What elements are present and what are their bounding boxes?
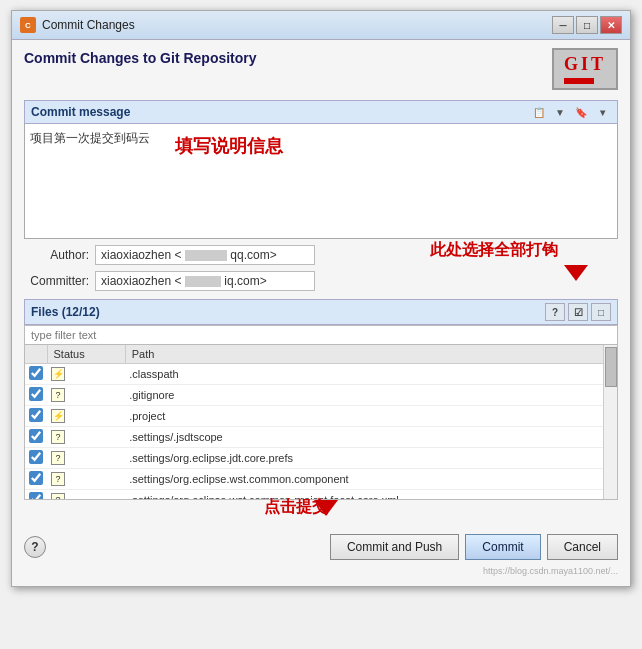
commit-message-icons: 📋 ▼ 🔖 ▾ bbox=[530, 104, 611, 120]
arrow-check bbox=[564, 265, 588, 284]
bottom-buttons: ? Commit and Push Commit Cancel bbox=[24, 530, 618, 564]
file-checkbox[interactable] bbox=[29, 450, 43, 464]
filter-icon[interactable]: ▼ bbox=[551, 104, 569, 120]
file-status-cell: ⚡ bbox=[47, 364, 125, 385]
scrollbar-thumb[interactable] bbox=[605, 347, 617, 387]
main-window: C Commit Changes ─ □ ✕ Commit Changes to… bbox=[11, 10, 631, 587]
page-title: Commit Changes to Git Repository bbox=[24, 50, 257, 66]
file-checkbox-cell[interactable] bbox=[25, 490, 47, 501]
file-status-icon: ? bbox=[51, 493, 65, 500]
maximize-button[interactable]: □ bbox=[576, 16, 598, 34]
files-list[interactable]: Status Path ⚡ .classpath ? .gitig bbox=[24, 345, 618, 500]
file-checkbox[interactable] bbox=[29, 492, 43, 500]
col-check bbox=[25, 345, 47, 364]
author-row: Author: xiaoxiaozhen < ■■■■■■■ qq.com> bbox=[24, 245, 618, 265]
file-name: .settings/org.eclipse.wst.common.project… bbox=[125, 490, 616, 501]
paste-icon[interactable]: 📋 bbox=[530, 104, 548, 120]
file-checkbox[interactable] bbox=[29, 408, 43, 422]
files-help-icon[interactable]: ? bbox=[545, 303, 565, 321]
col-path: Path bbox=[125, 345, 616, 364]
files-label: Files (12/12) bbox=[31, 305, 100, 319]
files-header: Files (12/12) ? ☑ □ bbox=[24, 299, 618, 325]
watermark: https://blog.csdn.maya1100.net/... bbox=[24, 566, 618, 576]
bottom-right: Commit and Push Commit Cancel bbox=[330, 534, 618, 560]
file-name: .settings/org.eclipse.wst.common.compone… bbox=[125, 469, 616, 490]
file-name: .settings/org.eclipse.jdt.core.prefs bbox=[125, 448, 616, 469]
file-status-icon: ? bbox=[51, 388, 65, 402]
file-checkbox-cell[interactable] bbox=[25, 385, 47, 406]
arrow-submit bbox=[314, 500, 338, 519]
window-controls: ─ □ ✕ bbox=[552, 16, 622, 34]
file-checkbox[interactable] bbox=[29, 471, 43, 485]
file-status-cell: ? bbox=[47, 385, 125, 406]
files-tbody: ⚡ .classpath ? .gitignore ⚡ .project bbox=[25, 364, 617, 501]
file-checkbox-cell[interactable] bbox=[25, 406, 47, 427]
window-body: Commit Changes to Git Repository GIT Com… bbox=[12, 40, 630, 586]
file-status-icon: ⚡ bbox=[51, 409, 65, 423]
bookmark-icon[interactable]: 🔖 bbox=[572, 104, 590, 120]
file-status-cell: ? bbox=[47, 490, 125, 501]
file-checkbox-cell[interactable] bbox=[25, 448, 47, 469]
author-field[interactable]: xiaoxiaozhen < ■■■■■■■ qq.com> bbox=[95, 245, 315, 265]
file-name: .gitignore bbox=[125, 385, 616, 406]
file-status-cell: ⚡ bbox=[47, 406, 125, 427]
file-status-cell: ? bbox=[47, 469, 125, 490]
commit-message-header: Commit message 📋 ▼ 🔖 ▾ bbox=[24, 100, 618, 124]
files-uncheck-icon[interactable]: □ bbox=[591, 303, 611, 321]
title-bar: C Commit Changes ─ □ ✕ bbox=[12, 11, 630, 40]
file-checkbox-cell[interactable] bbox=[25, 427, 47, 448]
title-bar-left: C Commit Changes bbox=[20, 17, 135, 33]
file-status-cell: ? bbox=[47, 427, 125, 448]
files-header-icons: ? ☑ □ bbox=[545, 303, 611, 321]
submit-annotation-container: 点击提交 bbox=[24, 502, 618, 522]
file-status-cell: ? bbox=[47, 448, 125, 469]
table-row: ? .gitignore bbox=[25, 385, 617, 406]
file-status-icon: ? bbox=[51, 430, 65, 444]
table-row: ⚡ .classpath bbox=[25, 364, 617, 385]
author-label: Author: bbox=[24, 248, 89, 262]
filter-input[interactable] bbox=[24, 325, 618, 345]
file-name: .settings/.jsdtscope bbox=[125, 427, 616, 448]
committer-email-blur: ■■■■■■ bbox=[185, 276, 221, 287]
file-name: .project bbox=[125, 406, 616, 427]
commit-and-push-button[interactable]: Commit and Push bbox=[330, 534, 459, 560]
committer-field[interactable]: xiaoxiaozhen < ■■■■■■ iq.com> bbox=[95, 271, 315, 291]
commit-message-area[interactable]: 项目第一次提交到码云 填写说明信息 bbox=[24, 124, 618, 239]
expand-icon[interactable]: ▾ bbox=[593, 104, 611, 120]
files-table: Status Path ⚡ .classpath ? .gitig bbox=[25, 345, 617, 500]
file-checkbox[interactable] bbox=[29, 387, 43, 401]
table-row: ? .settings/org.eclipse.wst.common.compo… bbox=[25, 469, 617, 490]
file-status-icon: ? bbox=[51, 451, 65, 465]
commit-message-text: 项目第一次提交到码云 bbox=[30, 129, 612, 147]
table-row: ⚡ .project bbox=[25, 406, 617, 427]
files-table-header: Status Path bbox=[25, 345, 617, 364]
git-logo: GIT bbox=[552, 48, 618, 90]
window-icon: C bbox=[20, 17, 36, 33]
files-check-icon[interactable]: ☑ bbox=[568, 303, 588, 321]
scrollbar[interactable] bbox=[603, 345, 617, 499]
help-button[interactable]: ? bbox=[24, 536, 46, 558]
author-section: Author: xiaoxiaozhen < ■■■■■■■ qq.com> C… bbox=[24, 245, 618, 291]
file-checkbox[interactable] bbox=[29, 429, 43, 443]
bottom-left: ? bbox=[24, 536, 46, 558]
file-status-icon: ⚡ bbox=[51, 367, 65, 381]
committer-label: Committer: bbox=[24, 274, 89, 288]
table-row: ? .settings/org.eclipse.jdt.core.prefs bbox=[25, 448, 617, 469]
col-status: Status bbox=[47, 345, 125, 364]
file-name: .classpath bbox=[125, 364, 616, 385]
files-section: Files (12/12) ? ☑ □ Status Path bbox=[24, 299, 618, 500]
close-button[interactable]: ✕ bbox=[600, 16, 622, 34]
author-email-blur: ■■■■■■■ bbox=[185, 250, 227, 261]
commit-button[interactable]: Commit bbox=[465, 534, 540, 560]
window-title: Commit Changes bbox=[42, 18, 135, 32]
file-checkbox-cell[interactable] bbox=[25, 364, 47, 385]
commit-message-label: Commit message bbox=[31, 105, 130, 119]
minimize-button[interactable]: ─ bbox=[552, 16, 574, 34]
git-bar bbox=[564, 78, 594, 84]
committer-row: Committer: xiaoxiaozhen < ■■■■■■ iq.com> bbox=[24, 271, 618, 291]
file-checkbox[interactable] bbox=[29, 366, 43, 380]
file-checkbox-cell[interactable] bbox=[25, 469, 47, 490]
table-row: ? .settings/.jsdtscope bbox=[25, 427, 617, 448]
file-status-icon: ? bbox=[51, 472, 65, 486]
cancel-button[interactable]: Cancel bbox=[547, 534, 618, 560]
